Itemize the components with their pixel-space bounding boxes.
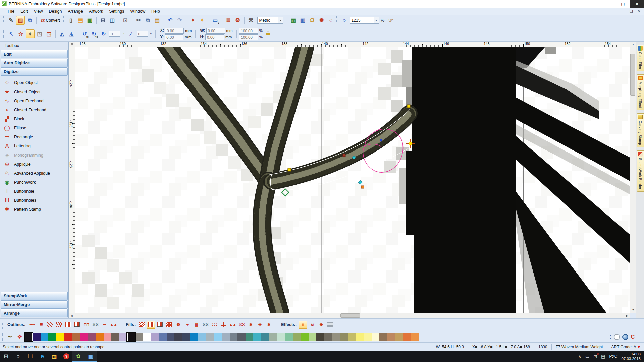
thread-colors-icon[interactable]: ▥ (299, 16, 307, 25)
close-button[interactable]: ✕ (630, 0, 644, 8)
redo-icon[interactable]: ↷ (175, 16, 184, 25)
color-swatch[interactable] (111, 333, 119, 341)
rotate-angle-field[interactable]: 0 (109, 31, 120, 37)
toolbox-tool[interactable]: ▭ Rectangle (0, 132, 68, 141)
color-swatch[interactable] (190, 333, 198, 341)
effect-wave-icon[interactable]: ≋ (308, 321, 316, 329)
menu-item[interactable]: View (31, 8, 46, 14)
color-swatch[interactable] (119, 333, 127, 341)
color-swatch[interactable] (395, 333, 403, 341)
fill-satin-icon[interactable] (147, 321, 155, 329)
color-swatch[interactable] (48, 333, 56, 341)
fill-fancy-icon[interactable] (165, 321, 173, 329)
new-icon[interactable]: ▯ (67, 16, 75, 25)
scale-y-field[interactable]: 100.00 (239, 34, 258, 40)
morphing-icon[interactable]: ✺ (317, 16, 326, 25)
fill-lacework-icon[interactable]: ∷∷ (210, 321, 219, 329)
color-swatch[interactable] (340, 333, 348, 341)
toolbox-section-header[interactable]: Digitize (1, 67, 68, 76)
outline-design-icon[interactable]: ◌ (327, 16, 335, 25)
select-polygon-icon[interactable]: ◳ (35, 29, 44, 38)
ruler-origin-button[interactable]: ⊞ (69, 42, 75, 47)
fill-heart-icon[interactable]: ♥ (183, 321, 192, 329)
menu-item[interactable]: Edit (17, 8, 31, 14)
search-button[interactable]: ○ (12, 351, 24, 362)
toolbox-section-header[interactable]: Mirror-Merge (1, 300, 68, 309)
color-swatch[interactable] (309, 333, 317, 341)
color-swatch[interactable] (174, 333, 182, 341)
color-swatch[interactable] (285, 333, 293, 341)
background-color-button[interactable] (614, 334, 620, 340)
toolbox-tool[interactable]: I Buttonhole (0, 187, 68, 196)
menu-item[interactable]: Settings (106, 8, 127, 14)
minimize-button[interactable]: — (602, 0, 616, 8)
write-to-machine-icon[interactable]: ⊡ (121, 16, 130, 25)
color-swatch[interactable] (159, 333, 167, 341)
scale-x-field[interactable]: 100.00 (239, 28, 258, 34)
stamp-icon[interactable]: Ω (308, 16, 317, 25)
insert-artwork-icon[interactable]: ✧ (198, 16, 207, 25)
print-preview-icon[interactable]: ◫ (108, 16, 117, 25)
color-swatch[interactable] (88, 333, 96, 341)
color-swatch[interactable] (411, 333, 419, 341)
outline-stemstitch-icon[interactable] (55, 321, 63, 329)
yandex-icon[interactable]: Y (60, 351, 72, 362)
zoom-icon[interactable]: ○ (340, 16, 349, 25)
print-icon[interactable]: ⊟ (99, 16, 107, 25)
color-swatch[interactable] (182, 333, 191, 341)
toolbox-tool[interactable]: ◈ Monogramming (0, 150, 68, 160)
spinner-up-icon[interactable]: ▲ (609, 334, 612, 337)
color-swatch[interactable] (324, 333, 332, 341)
panel-tab[interactable]: Carving Stamp (637, 113, 644, 147)
outline-vine-icon[interactable]: ▲▲ (109, 321, 118, 329)
rotate-cw-45-icon[interactable]: ↻45 (90, 29, 98, 38)
spinner-down-icon[interactable]: ▼ (609, 337, 612, 340)
color-swatch[interactable] (348, 333, 356, 341)
snip-tool-icon[interactable]: ▣ (85, 351, 97, 362)
outline-pattern-run-icon[interactable]: ••• (100, 321, 109, 329)
color-swatch[interactable] (364, 333, 372, 341)
menu-item[interactable]: Artwork (86, 8, 106, 14)
color-swatch[interactable] (33, 333, 41, 341)
mdi-restore-button[interactable]: ❐ (630, 9, 633, 14)
embroidery-canvas-icon[interactable]: ▨ (16, 16, 25, 25)
artwork-canvas-icon[interactable]: ✎ (7, 16, 15, 25)
convert-button[interactable]: ⇄ Convert (39, 17, 62, 24)
color-swatch[interactable] (135, 333, 143, 341)
units-dropdown[interactable]: Metric ▾ (257, 17, 283, 24)
effect-carving-stamp-icon[interactable]: ⌗ (299, 321, 307, 329)
rotate-by-icon[interactable]: ↻ (99, 29, 108, 38)
insert-design-icon[interactable]: ✦ (189, 16, 197, 25)
menu-item[interactable]: Help (148, 8, 163, 14)
toolbox-section-header[interactable]: Edit (1, 50, 68, 58)
scroll-right-icon[interactable]: ▶ (624, 313, 630, 319)
color-swatch[interactable] (96, 333, 104, 341)
color-swatch[interactable] (143, 333, 151, 341)
color-swatch[interactable] (277, 333, 285, 341)
outline-raised-satin-icon[interactable] (73, 321, 82, 329)
color-swatch[interactable] (316, 333, 324, 341)
panel-tab[interactable]: Morphing Effect (637, 74, 644, 110)
color-swatch[interactable] (25, 333, 33, 341)
x-position-field[interactable]: 0.00 (165, 28, 184, 34)
horizontal-scroll-thumb[interactable] (340, 313, 360, 318)
color-swatch[interactable] (293, 333, 301, 341)
undo-icon[interactable]: ↶ (166, 16, 175, 25)
fill-net-icon[interactable] (219, 321, 228, 329)
toolbox-tool[interactable]: III Buttonholes (0, 196, 68, 205)
toolbox-tool[interactable]: ♘ Advanced Applique (0, 169, 68, 178)
color-swatch[interactable] (253, 333, 261, 341)
design-canvas[interactable] (75, 47, 630, 313)
color-swatch[interactable] (198, 333, 206, 341)
bernina-taskbar-icon[interactable]: ✿ (72, 351, 85, 362)
toolbox-tool[interactable]: ☆ Open Object (0, 78, 68, 87)
outline-blanket-icon[interactable]: ⊓⊓ (82, 321, 91, 329)
fill-cross-stitch-icon[interactable]: ✕✕ (237, 321, 246, 329)
fill-raised-satin-icon[interactable] (156, 321, 164, 329)
outline-triple-icon[interactable]: ≣ (37, 321, 45, 329)
battery-icon[interactable]: ▭ (585, 354, 589, 359)
fill-contour-icon[interactable]: ((( (192, 321, 201, 329)
toolbox-tool[interactable]: ✱ Pattern Stamp (0, 205, 68, 214)
toolbox-section-header[interactable]: Auto-Digitize (1, 59, 68, 67)
select-icon[interactable]: ↖ (7, 29, 16, 38)
